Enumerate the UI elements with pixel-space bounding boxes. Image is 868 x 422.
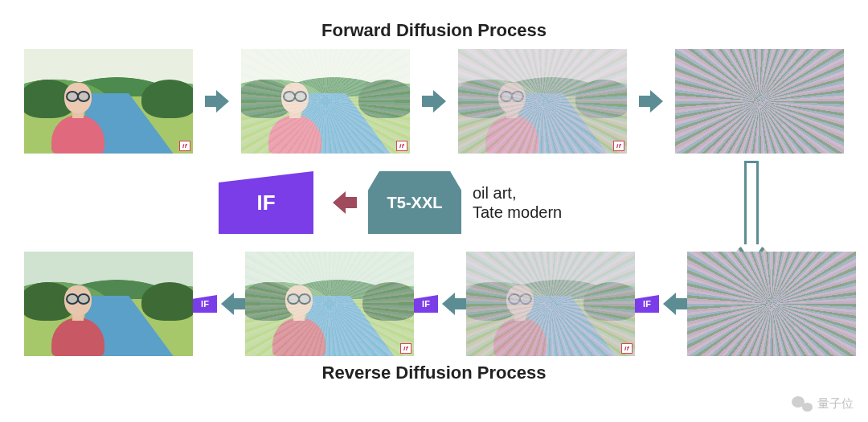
reverse-title: Reverse Diffusion Process xyxy=(24,363,844,383)
arrow-right-icon xyxy=(205,90,229,113)
arrow-left-icon xyxy=(221,293,245,315)
arrow-left-icon xyxy=(663,293,687,315)
text-prompt: oil art, Tate modern xyxy=(473,183,609,222)
prompt-line-2: Tate modern xyxy=(473,203,562,221)
arrow-right-icon xyxy=(639,90,663,113)
forward-image-0: if xyxy=(24,49,193,154)
prompt-line-1: oil art, xyxy=(473,184,516,202)
arrow-left-icon xyxy=(442,293,466,315)
if-badge: if xyxy=(179,141,190,151)
watermark: 量子位 xyxy=(792,395,854,412)
reverse-image-1: if xyxy=(466,252,635,356)
t5-encoder-block: T5-XXL xyxy=(368,171,461,234)
arrow-left-icon xyxy=(325,191,357,214)
mini-if-block: IF xyxy=(193,295,217,313)
forward-title: Forward Diffusion Process xyxy=(24,20,844,41)
if-badge: if xyxy=(396,141,407,151)
conditioning-row: IF T5-XXL oil art, Tate modern xyxy=(24,171,844,234)
mini-if-block: IF xyxy=(635,295,659,313)
if-badge: if xyxy=(613,141,624,151)
forward-row: if if if xyxy=(24,49,844,154)
reverse-step: IF xyxy=(193,293,245,315)
arrow-right-icon xyxy=(422,90,446,113)
diffusion-diagram: Forward Diffusion Process if if if xyxy=(0,0,868,422)
forward-image-3 xyxy=(675,49,844,154)
reverse-image-3 xyxy=(24,252,193,356)
forward-image-2: if xyxy=(458,49,627,154)
if-badge: if xyxy=(621,343,633,354)
if-model-block: IF xyxy=(219,171,313,234)
mini-if-block: IF xyxy=(414,295,438,313)
reverse-step: IF xyxy=(414,293,466,315)
reverse-image-2: if xyxy=(245,252,414,356)
wechat-icon xyxy=(792,395,813,412)
reverse-step: IF xyxy=(635,293,687,315)
reverse-row: IF if IF if IF xyxy=(24,252,844,356)
if-badge: if xyxy=(400,343,411,354)
reverse-image-0 xyxy=(687,252,856,356)
forward-image-1: if xyxy=(241,49,410,154)
watermark-text: 量子位 xyxy=(817,396,854,412)
